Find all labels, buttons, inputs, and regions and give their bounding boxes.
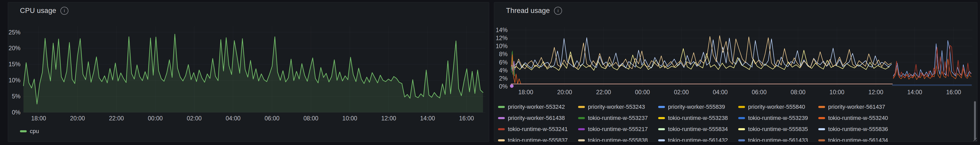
series-line-tokio-runtime-w-561434 [894, 45, 971, 78]
legend-swatch [578, 139, 585, 141]
legend-item-priority-worker-561438[interactable]: priority-worker-561438 [498, 112, 576, 124]
y-tick-label: 25% [8, 29, 21, 36]
legend-label: priority-worker-555840 [748, 104, 805, 110]
thread-legend: priority-worker-553242priority-worker-55… [498, 101, 975, 142]
info-glyph: i [64, 8, 65, 13]
x-tick-label: 14:00 [907, 89, 922, 96]
legend-swatch [578, 106, 585, 108]
legend-scrollbar-thumb[interactable] [974, 101, 976, 140]
legend-swatch [658, 106, 665, 108]
legend-label: tokio-runtime-w-553241 [508, 126, 568, 132]
legend-item-tokio-runtime-w-553241[interactable]: tokio-runtime-w-553241 [498, 124, 576, 135]
x-tick-label: 10:00 [829, 89, 845, 96]
legend-item-tokio-runtime-w-561434[interactable]: tokio-runtime-w-561434 [818, 135, 897, 142]
legend-swatch [658, 139, 665, 141]
y-tick-label: 14% [496, 27, 508, 33]
x-tick-label: 08:00 [791, 89, 806, 96]
legend-label: priority-worker-553242 [508, 104, 565, 110]
legend-swatch [818, 139, 825, 141]
dashboard-canvas: CPU usage i 18:0020:0022:0000:0002:0004:… [0, 0, 980, 145]
legend-item-tokio-runtime-w-553239[interactable]: tokio-runtime-w-553239 [738, 112, 817, 124]
x-tick-label: 14:00 [420, 115, 435, 122]
x-tick-label: 18:00 [518, 89, 533, 96]
legend-item-tokio-runtime-w-555838[interactable]: tokio-runtime-w-555838 [578, 135, 657, 142]
legend-item-priority-worker-553243[interactable]: priority-worker-553243 [578, 101, 657, 112]
legend-item-priority-worker-553242[interactable]: priority-worker-553242 [498, 101, 576, 112]
x-tick-label: 18:00 [31, 115, 46, 122]
legend-item-tokio-runtime-w-555835[interactable]: tokio-runtime-w-555835 [738, 124, 817, 135]
legend-swatch [658, 117, 665, 119]
legend-item-priority-worker-555839[interactable]: priority-worker-555839 [658, 101, 737, 112]
legend-swatch [20, 130, 27, 132]
legend-swatch [578, 117, 585, 119]
x-tick-label: 12:00 [381, 115, 396, 122]
info-icon[interactable]: i [554, 7, 562, 15]
y-tick-label: 12% [496, 35, 508, 41]
legend-swatch [738, 139, 745, 141]
legend-label: tokio-runtime-w-561432 [668, 137, 728, 142]
legend-label: priority-worker-561438 [508, 115, 565, 121]
legend-item-tokio-runtime-w-553240[interactable]: tokio-runtime-w-553240 [818, 112, 897, 124]
x-tick-label: 22:00 [109, 115, 124, 122]
legend-item-priority-worker-555840[interactable]: priority-worker-555840 [738, 101, 817, 112]
legend-item-tokio-runtime-w-555837[interactable]: tokio-runtime-w-555837 [498, 135, 576, 142]
x-tick-label: 02:00 [187, 115, 202, 122]
y-tick-label: 20% [8, 45, 21, 51]
y-tick-label: 4% [499, 67, 508, 74]
y-tick-label: 5% [12, 93, 21, 100]
x-tick-label: 10:00 [342, 115, 357, 122]
x-tick-label: 06:00 [752, 89, 767, 96]
legend-label: tokio-runtime-w-553240 [828, 115, 888, 121]
info-glyph: i [558, 8, 558, 13]
series-line-tokio-runtime-w-555837 [512, 36, 892, 69]
y-tick-label: 6% [499, 59, 508, 66]
x-tick-label: 00:00 [635, 89, 650, 96]
panel-header: CPU usage i [8, 2, 489, 19]
legend-swatch [498, 117, 505, 119]
legend-swatch [818, 128, 825, 130]
y-tick-label: 0% [499, 83, 508, 90]
legend-swatch [738, 128, 745, 130]
legend-swatch [498, 106, 505, 108]
info-icon[interactable]: i [60, 7, 68, 15]
legend-item-tokio-runtime-w-555834[interactable]: tokio-runtime-w-555834 [658, 124, 737, 135]
legend-swatch [818, 117, 825, 119]
x-tick-label: 04:00 [713, 89, 728, 96]
legend-swatch [818, 106, 825, 108]
legend-label: tokio-runtime-w-553238 [668, 115, 728, 121]
legend-scrollbar[interactable] [974, 101, 976, 141]
legend-item-tokio-runtime-w-553237[interactable]: tokio-runtime-w-553237 [578, 112, 657, 124]
legend-label: tokio-runtime-w-555835 [748, 126, 808, 132]
legend-swatch [738, 117, 745, 119]
legend-item-priority-worker-561437[interactable]: priority-worker-561437 [818, 101, 897, 112]
x-tick-label: 06:00 [264, 115, 280, 122]
y-tick-label: 8% [499, 51, 508, 57]
panel-title[interactable]: Thread usage [506, 7, 550, 15]
legend-item-tokio-runtime-w-555217[interactable]: tokio-runtime-w-555217 [578, 124, 657, 135]
y-tick-label: 15% [8, 61, 21, 68]
x-tick-label: 16:00 [459, 115, 474, 122]
legend-item-tokio-runtime-w-555836[interactable]: tokio-runtime-w-555836 [818, 124, 897, 135]
x-tick-label: 04:00 [226, 115, 241, 122]
x-tick-label: 08:00 [304, 115, 318, 122]
legend-item-cpu[interactable]: cpu [20, 127, 39, 135]
x-tick-label: 16:00 [946, 89, 961, 96]
y-tick-label: 0% [12, 109, 21, 116]
legend-swatch [498, 139, 505, 141]
legend-label: tokio-runtime-w-555836 [828, 126, 888, 132]
cpu-usage-chart: 18:0020:0022:0000:0002:0004:0006:0008:00… [8, 2, 489, 142]
x-tick-label: 20:00 [70, 115, 85, 122]
legend-label: tokio-runtime-w-553239 [748, 115, 808, 121]
panel-thread-usage: Thread usage i 18:0020:0022:0000:0002:00… [494, 2, 977, 142]
series-line-tokio-runtime-w-555836 [512, 38, 892, 69]
legend-label: tokio-runtime-w-561433 [748, 137, 808, 142]
x-tick-label: 12:00 [868, 89, 883, 96]
legend-item-tokio-runtime-w-561433[interactable]: tokio-runtime-w-561433 [738, 135, 817, 142]
legend-label: tokio-runtime-w-555217 [588, 126, 648, 132]
legend-swatch [578, 128, 585, 130]
legend-item-tokio-runtime-w-561432[interactable]: tokio-runtime-w-561432 [658, 135, 737, 142]
legend-item-tokio-runtime-w-553238[interactable]: tokio-runtime-w-553238 [658, 112, 737, 124]
legend-swatch [658, 128, 665, 130]
panel-cpu-usage: CPU usage i 18:0020:0022:0000:0002:0004:… [8, 2, 489, 142]
panel-title[interactable]: CPU usage [20, 7, 56, 15]
